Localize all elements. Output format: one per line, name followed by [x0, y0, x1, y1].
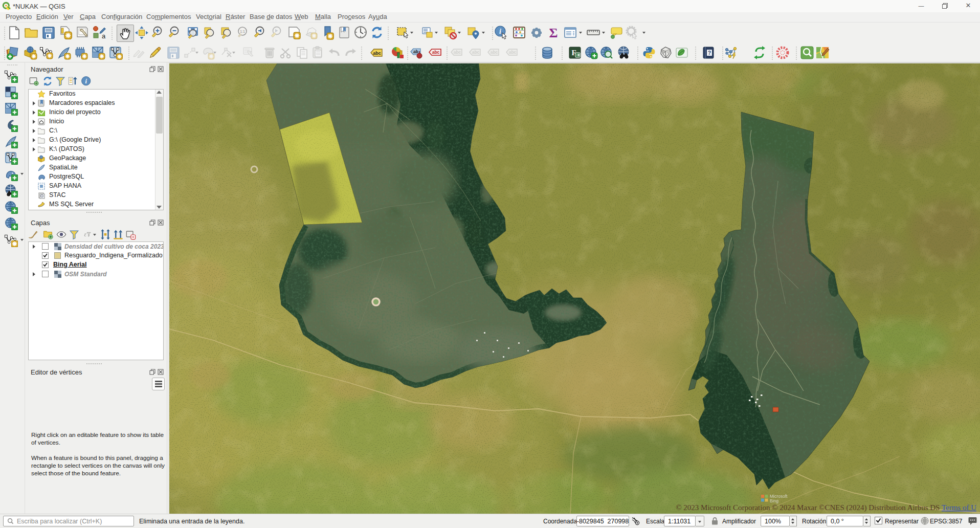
- svg-text:© 2023 Microsoft Corporation ©: © 2023 Microsoft Corporation © 2024 Maxa…: [676, 503, 976, 512]
- svg-text:Bing: Bing: [770, 498, 778, 503]
